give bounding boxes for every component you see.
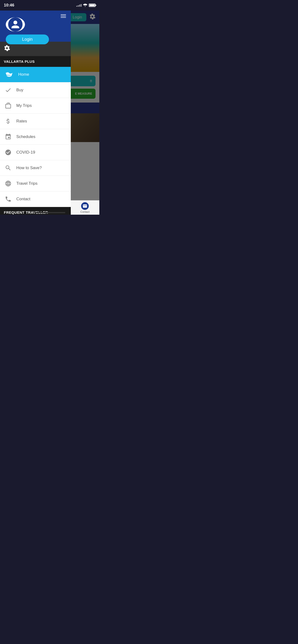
- sidebar-item-home[interactable]: Vallarta Home: [0, 67, 71, 82]
- schedules-icon: [4, 132, 13, 141]
- sidebar-item-contact[interactable]: Contact: [0, 192, 71, 207]
- sidebar-item-buy-label: Buy: [16, 88, 23, 92]
- status-icons: [76, 3, 95, 8]
- sidebar-item-how-to-save[interactable]: How to Save?: [0, 160, 71, 176]
- status-bar: 10:46: [0, 0, 99, 10]
- rates-icon: [4, 117, 13, 126]
- sidebar-item-contact-label: Contact: [16, 197, 31, 202]
- how-to-save-icon: [4, 164, 13, 172]
- avatar: [6, 17, 25, 32]
- my-trips-icon: [4, 101, 13, 110]
- contact-icon: [4, 195, 13, 204]
- sidebar-item-rates-label: Rates: [16, 119, 27, 124]
- sidebar-login-button[interactable]: Login: [6, 34, 49, 44]
- sidebar-drawer: Login VALLARTA PLUS Vallarta Home: [0, 10, 71, 215]
- wifi-icon: [83, 3, 87, 8]
- avatar-icon: [8, 17, 23, 32]
- sidebar-item-my-trips-label: My Trips: [16, 103, 32, 108]
- vallarta-plus-logo: Vallarta: [4, 70, 14, 79]
- contact-nav-label: Contact: [80, 210, 89, 213]
- sidebar-item-rates[interactable]: Rates: [0, 114, 71, 129]
- sidebar-item-covid19[interactable]: COVID-19: [0, 145, 71, 160]
- sidebar-item-schedules-label: Schedules: [16, 134, 35, 139]
- app-container: Login !! E MEASURE NAME: [0, 10, 99, 215]
- buy-icon: [4, 86, 13, 94]
- sidebar-item-travel-trips[interactable]: Travel Trips: [0, 176, 71, 192]
- sidebar-item-home-label: Home: [18, 72, 29, 77]
- contact-nav-icon[interactable]: [81, 202, 89, 210]
- sidebar-item-covid19-label: COVID-19: [16, 150, 35, 155]
- frequent-traveller-section-header: FREQUENT TRAVELLER: [0, 207, 71, 215]
- vallarta-plus-section-header: VALLARTA PLUS: [0, 56, 71, 67]
- home-indicator: [34, 212, 65, 213]
- travel-trips-icon: [4, 179, 13, 188]
- signal-icon: [76, 4, 82, 7]
- covid19-icon: [4, 148, 13, 157]
- settings-strip-icon: [4, 45, 10, 53]
- sidebar-item-my-trips[interactable]: My Trips: [0, 98, 71, 114]
- sidebar-item-how-to-save-label: How to Save?: [16, 166, 42, 170]
- svg-point-0: [85, 6, 86, 7]
- hamburger-button[interactable]: [60, 14, 67, 19]
- svg-text:Vallarta: Vallarta: [6, 74, 11, 76]
- battery-icon: [89, 4, 95, 7]
- sidebar-item-travel-trips-label: Travel Trips: [16, 181, 37, 186]
- sidebar-item-schedules[interactable]: Schedules: [0, 129, 71, 145]
- status-time: 10:46: [4, 3, 14, 8]
- bottom-nav: Contact: [71, 200, 99, 215]
- sidebar-header: Login: [0, 10, 71, 42]
- sidebar-item-buy[interactable]: Buy: [0, 82, 71, 98]
